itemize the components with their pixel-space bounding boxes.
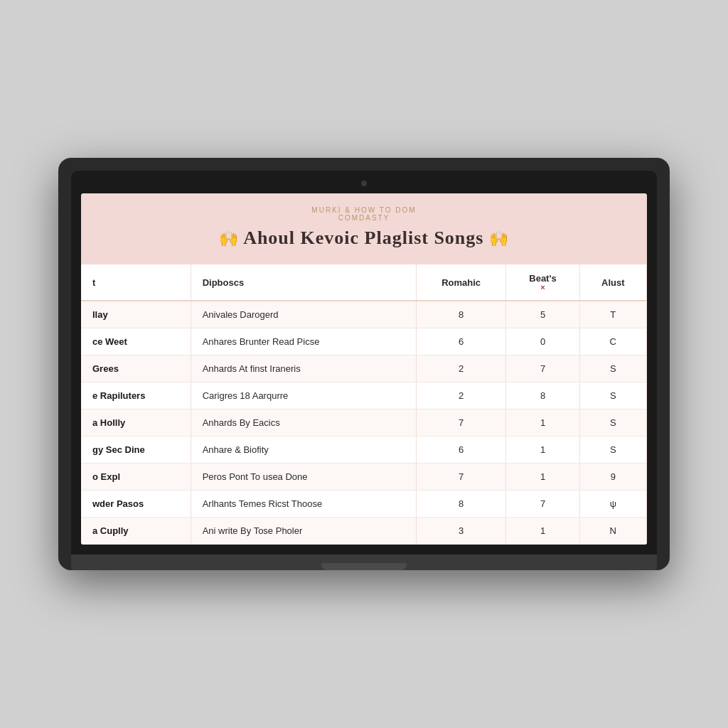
cell-description: Anhare & Biofity xyxy=(191,437,416,464)
cell-title: llay xyxy=(81,301,191,328)
table-row: gy Sec DineAnhare & Biofity61S xyxy=(81,437,647,464)
table-row: a HolllyAnhards By Eacics71S xyxy=(81,410,647,437)
beats-x-mark: × xyxy=(518,284,567,291)
col-alust: Alust xyxy=(579,264,646,301)
table-row: e RapilutersCarigres 18 Aarqurre28S xyxy=(81,382,647,410)
page-title: 🙌 Ahoul Kevoic Plaglist Songs 🙌 xyxy=(95,228,633,249)
camera xyxy=(361,181,367,186)
cell-alust: ψ xyxy=(579,491,646,518)
cell-romantic: 7 xyxy=(416,410,506,437)
cell-alust: S xyxy=(579,382,646,410)
brand-text: MURKI & HOW TO DOM COMDASTY xyxy=(95,206,633,222)
cell-title: ce Weet xyxy=(81,328,191,355)
table-row: wder PasosArlhants Temes Ricst Thoose87ψ xyxy=(81,491,647,518)
cell-romantic: 7 xyxy=(416,464,506,491)
cell-description: Ani write By Tose Pholer xyxy=(191,518,416,545)
cell-title: gy Sec Dine xyxy=(81,437,191,464)
brand-line1: MURKI & HOW TO DOM xyxy=(311,206,416,214)
cell-beats: 1 xyxy=(506,437,579,464)
laptop-frame: MURKI & HOW TO DOM COMDASTY 🙌 Ahoul Kevo… xyxy=(58,158,670,570)
cell-description: Arlhants Temes Ricst Thoose xyxy=(191,491,416,518)
cell-beats: 5 xyxy=(506,301,579,328)
laptop-base xyxy=(71,555,657,570)
table-body: llayAnivales Darogerd85Tce WeetAnhares B… xyxy=(81,301,647,545)
cell-romantic: 6 xyxy=(416,437,506,464)
cell-alust: N xyxy=(579,518,646,545)
cell-alust: 9 xyxy=(579,464,646,491)
col-romantic: Romahic xyxy=(416,264,506,301)
table-row: a CupllyAni write By Tose Pholer31N xyxy=(81,518,647,545)
brand-line2: COMDASTY xyxy=(338,214,390,222)
cell-description: Anhares Brunter Read Picse xyxy=(191,328,416,355)
table-row: GreesAnhards At finst Iraneris27S xyxy=(81,355,647,382)
app-header: MURKI & HOW TO DOM COMDASTY 🙌 Ahoul Kevo… xyxy=(81,193,647,264)
col-title: t xyxy=(81,264,191,301)
title-text: Ahoul Kevoic Plaglist Songs xyxy=(243,228,483,248)
table-row: ce WeetAnhares Brunter Read Picse60C xyxy=(81,328,647,355)
table-header: t Dipboscs Romahic Beat's × Alust xyxy=(81,264,647,301)
cell-romantic: 6 xyxy=(416,328,506,355)
cell-title: e Rapiluters xyxy=(81,382,191,410)
cell-title: a Hollly xyxy=(81,410,191,437)
songs-table: t Dipboscs Romahic Beat's × Alust llayAn… xyxy=(81,264,647,545)
cell-description: Anhards By Eacics xyxy=(191,410,416,437)
screen-bezel: MURKI & HOW TO DOM COMDASTY 🙌 Ahoul Kevo… xyxy=(71,171,657,555)
cell-title: wder Pasos xyxy=(81,491,191,518)
cell-alust: S xyxy=(579,410,646,437)
table-row: llayAnivales Darogerd85T xyxy=(81,301,647,328)
cell-beats: 0 xyxy=(506,328,579,355)
cell-romantic: 8 xyxy=(416,491,506,518)
cell-description: Peros Pont To usea Done xyxy=(191,464,416,491)
cell-title: a Cuplly xyxy=(81,518,191,545)
col-description: Dipboscs xyxy=(191,264,416,301)
cell-description: Anhards At finst Iraneris xyxy=(191,355,416,382)
cell-beats: 7 xyxy=(506,355,579,382)
cell-description: Carigres 18 Aarqurre xyxy=(191,382,416,410)
col-beats: Beat's × xyxy=(506,264,579,301)
title-emoji-left: 🙌 xyxy=(219,230,239,247)
beats-label: Beat's xyxy=(529,273,557,284)
cell-title: Grees xyxy=(81,355,191,382)
cell-beats: 7 xyxy=(506,491,579,518)
cell-alust: C xyxy=(579,328,646,355)
header-row: t Dipboscs Romahic Beat's × Alust xyxy=(81,264,647,301)
cell-beats: 8 xyxy=(506,382,579,410)
cell-beats: 1 xyxy=(506,518,579,545)
cell-description: Anivales Darogerd xyxy=(191,301,416,328)
cell-alust: T xyxy=(579,301,646,328)
cell-alust: S xyxy=(579,437,646,464)
cell-romantic: 3 xyxy=(416,518,506,545)
cell-title: o Expl xyxy=(81,464,191,491)
table-row: o ExplPeros Pont To usea Done719 xyxy=(81,464,647,491)
cell-beats: 1 xyxy=(506,410,579,437)
cell-romantic: 8 xyxy=(416,301,506,328)
screen: MURKI & HOW TO DOM COMDASTY 🙌 Ahoul Kevo… xyxy=(81,193,647,545)
cell-beats: 1 xyxy=(506,464,579,491)
title-emoji-right: 🙌 xyxy=(489,230,509,247)
table-container: t Dipboscs Romahic Beat's × Alust llayAn… xyxy=(81,264,647,545)
cell-alust: S xyxy=(579,355,646,382)
cell-romantic: 2 xyxy=(416,382,506,410)
cell-romantic: 2 xyxy=(416,355,506,382)
